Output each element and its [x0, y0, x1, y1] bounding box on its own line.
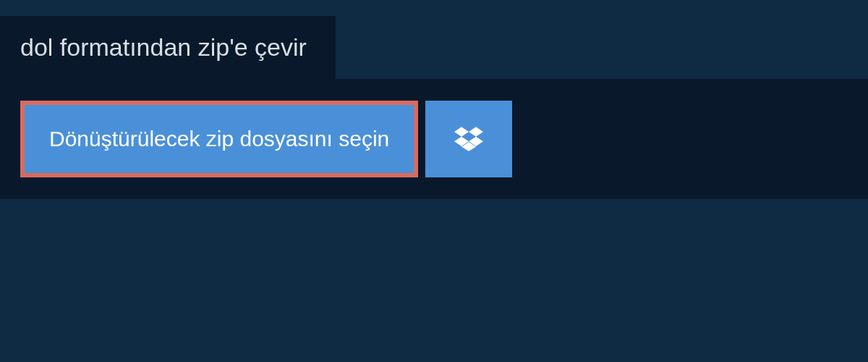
content-panel: Dönüştürülecek zip dosyasını seçin — [0, 79, 868, 199]
tab-header: dol formatından zip'e çevir — [0, 16, 336, 79]
page-title: dol formatından zip'e çevir — [20, 33, 307, 62]
select-file-label: Dönüştürülecek zip dosyasını seçin — [49, 127, 389, 151]
dropbox-icon — [454, 125, 483, 153]
dropbox-button[interactable] — [425, 101, 512, 177]
select-file-button[interactable]: Dönüştürülecek zip dosyasını seçin — [20, 101, 418, 177]
